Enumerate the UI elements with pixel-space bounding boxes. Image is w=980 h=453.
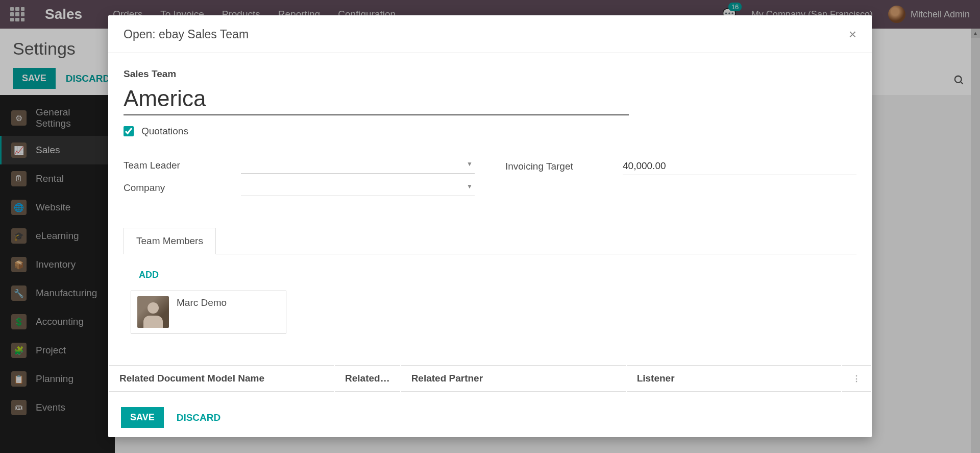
quotations-checkbox[interactable]: [124, 126, 134, 136]
chevron-down-icon: ▼: [467, 183, 473, 190]
modal-body: Sales Team Quotations Team Leader ▼ Comp…: [108, 53, 872, 398]
modal-title: Open: ebay Sales Team: [124, 28, 249, 41]
chevron-down-icon: ▼: [467, 160, 473, 168]
member-avatar: [137, 296, 169, 328]
modal-discard-button[interactable]: DISCARD: [177, 412, 221, 423]
team-member-card[interactable]: Marc Demo: [131, 291, 286, 333]
col-doc-model[interactable]: Related Document Model Name: [109, 365, 334, 392]
col-partner[interactable]: Related Partner: [401, 365, 626, 392]
company-label: Company: [124, 182, 241, 194]
modal-close-button[interactable]: ×: [849, 27, 856, 42]
table-options-icon[interactable]: ⋮: [852, 374, 861, 383]
modal-tabs: Team Members: [124, 228, 856, 254]
sales-team-modal: Open: ebay Sales Team × Sales Team Quota…: [108, 15, 872, 437]
tab-team-members[interactable]: Team Members: [124, 228, 216, 254]
invoicing-target-input[interactable]: 40,000.00: [623, 157, 856, 175]
quotations-label: Quotations: [141, 126, 188, 137]
add-member-button[interactable]: ADD: [139, 270, 159, 280]
team-leader-input[interactable]: ▼: [241, 157, 475, 174]
related-table: Related Document Model Name Related… Rel…: [108, 364, 872, 393]
company-input[interactable]: ▼: [241, 180, 475, 196]
sales-team-name-input[interactable]: [124, 83, 629, 115]
modal-header: Open: ebay Sales Team ×: [108, 15, 872, 53]
col-listener[interactable]: Listener: [627, 365, 841, 392]
member-name: Marc Demo: [177, 297, 227, 308]
modal-footer: SAVE DISCARD: [108, 398, 872, 437]
col-related[interactable]: Related…: [335, 365, 400, 392]
team-leader-label: Team Leader: [124, 160, 241, 171]
sales-team-label: Sales Team: [124, 68, 856, 80]
invoicing-target-label: Invoicing Target: [505, 161, 623, 172]
modal-save-button[interactable]: SAVE: [121, 407, 164, 428]
